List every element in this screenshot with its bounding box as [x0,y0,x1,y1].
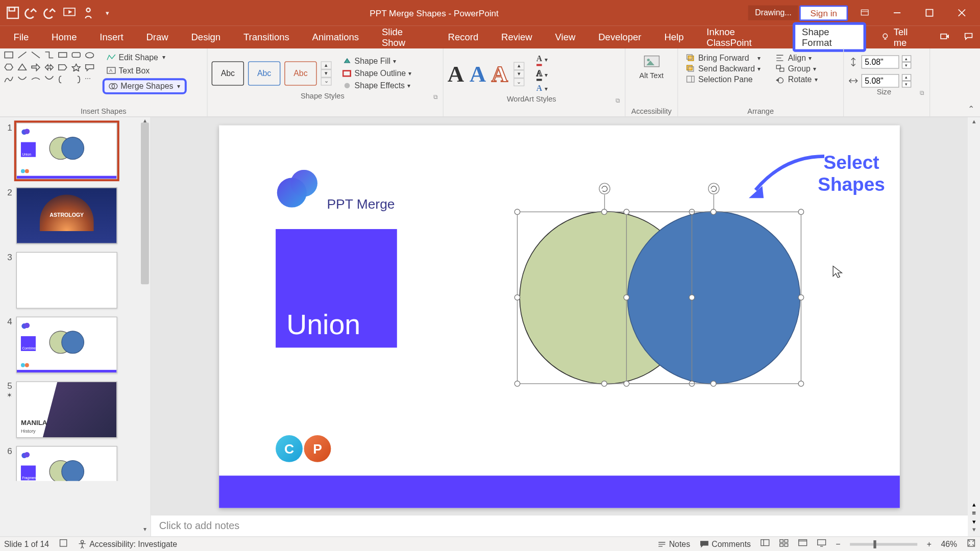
shape-height-field[interactable]: ▴▾ [848,55,925,68]
minimize-icon[interactable] [881,3,913,23]
style-gallery-more[interactable]: ▴▾⌄ [321,61,332,86]
tab-review[interactable]: Review [495,28,539,46]
tab-shape-format[interactable]: Shape Format [793,22,866,52]
merge-shapes-button[interactable]: Merge Shapes▾ [103,78,187,94]
shape-roundrect-icon[interactable] [71,51,84,62]
height-up-icon[interactable]: ▴ [902,55,911,62]
shape-width-field[interactable]: ▴▾ [848,74,925,87]
send-backward-button[interactable]: Send Backward▾ [682,63,765,74]
zoom-slider[interactable] [850,543,917,545]
shape-penta-icon[interactable] [58,63,70,74]
size-launcher-icon[interactable]: ⧉ [920,90,924,97]
tab-file[interactable]: File [7,28,35,46]
tab-view[interactable]: View [548,28,582,46]
text-outline-button[interactable]: A▾ [533,67,551,82]
shape-oval-icon[interactable] [85,51,97,62]
collapse-ribbon-icon[interactable]: ⌃ [968,105,974,114]
notes-pane[interactable]: Click to add notes [151,515,968,536]
touch-mode-icon[interactable] [81,6,95,20]
tab-design[interactable]: Design [184,28,227,46]
shape-outline-button[interactable]: Shape Outline▾ [340,67,415,80]
ribbon-display-icon[interactable] [849,3,880,23]
shape-hex-icon[interactable] [4,63,16,74]
qat-more-icon[interactable]: ▾ [100,6,114,20]
next-slide-icon[interactable]: ▾ [972,518,976,525]
slide-thumb-2[interactable]: 2 ASTROLOGY [0,182,150,247]
slide-thumb-4[interactable]: 4 Combine [0,311,150,376]
scroll-thumb[interactable] [141,122,149,284]
shape-star-icon[interactable] [71,63,84,74]
shape-curve2-icon[interactable] [17,76,30,86]
wordart-style-2[interactable]: A [470,61,486,87]
shape-rect-icon[interactable] [58,51,70,62]
width-input[interactable] [862,74,899,87]
tab-home[interactable]: Home [45,28,84,46]
shape-call-icon[interactable] [85,63,97,74]
shape-tri-icon[interactable] [17,63,30,74]
slideshow-view-icon[interactable] [817,538,826,549]
tab-record[interactable]: Record [441,28,485,46]
shape-line2-icon[interactable] [31,51,43,62]
tab-draw[interactable]: Draw [139,28,175,46]
shapes-gallery[interactable]: ⋯ [4,51,97,86]
rotate-button[interactable]: Rotate▾ [772,74,822,85]
shape-textbox-icon[interactable] [4,51,16,62]
slide-canvas[interactable]: PPT Merge Union C P [219,126,900,508]
shape-more-icon[interactable]: ⋯ [85,76,97,86]
slide-panel-scrollbar[interactable]: ▴ ▾ [139,117,150,536]
tab-classpoint[interactable]: Inknoe ClassPoint [700,22,783,52]
tab-insert[interactable]: Insert [93,28,130,46]
wordart-gallery-more[interactable]: ▴▾⌄ [513,62,524,86]
tab-slideshow[interactable]: Slide Show [375,22,432,52]
rotate-handle-icon[interactable] [599,183,611,212]
start-from-beginning-icon[interactable] [62,6,77,20]
sign-in-button[interactable]: Sign in [799,5,848,20]
normal-view-icon[interactable] [760,538,769,549]
alt-text-button[interactable]: Alt Text [629,51,673,82]
text-box-button[interactable]: AText Box [103,65,187,77]
bring-forward-button[interactable]: Bring Forward▾ [682,53,765,63]
comments-icon[interactable] [964,31,973,42]
tab-animations[interactable]: Animations [305,28,365,46]
group-button[interactable]: Group▾ [772,63,822,74]
shape-arrow2-icon[interactable] [44,63,57,74]
comments-toggle[interactable]: Comments [700,539,751,548]
slide-thumb-6[interactable]: 6 Fragment [0,441,150,481]
wordart-style-3[interactable]: A [492,61,508,87]
shape-curve4-icon[interactable] [44,76,57,86]
rotate-handle-2-icon[interactable] [708,183,720,212]
editor-scrollbar[interactable]: ▴ ▴ ≡ ▾ ▾ [968,117,980,536]
shape-brace2-icon[interactable] [71,76,84,86]
accessibility-status[interactable]: Accessibility: Investigate [77,539,177,548]
wordart-style-1[interactable]: A [448,61,464,87]
text-effects-button[interactable]: A▾ [533,82,551,95]
vscroll-up-icon[interactable]: ▴ [968,117,980,128]
text-fill-button[interactable]: A▾ [533,53,551,67]
zoom-out-icon[interactable]: − [836,539,840,548]
edit-shape-button[interactable]: Edit Shape▾ [103,51,187,63]
shape-line-icon[interactable] [17,51,30,62]
undo-icon[interactable] [24,6,39,20]
width-down-icon[interactable]: ▾ [902,81,911,87]
share-icon[interactable] [940,31,949,42]
shape-curve1-icon[interactable] [4,76,16,86]
fit-icon[interactable]: ≡ [972,509,976,517]
shape-style-3[interactable]: Abc [284,61,316,86]
shape-style-1[interactable]: Abc [212,61,244,86]
slide-thumb-1[interactable]: 1 Union [0,117,150,182]
shape-styles-launcher-icon[interactable]: ⧉ [433,94,437,102]
status-btn-icon[interactable] [59,538,68,549]
save-icon[interactable] [6,6,20,20]
shape-effects-button[interactable]: Shape Effects▾ [340,80,415,92]
fit-window-icon[interactable] [967,538,976,549]
redo-icon[interactable] [43,6,58,20]
selection-pane-button[interactable]: Selection Pane [682,74,765,85]
close-icon[interactable] [946,3,977,23]
zoom-in-icon[interactable]: + [927,539,932,548]
tell-me-search[interactable]: Tell me [881,26,921,47]
notes-toggle[interactable]: Notes [657,539,690,548]
shape-connector-icon[interactable] [44,51,57,62]
shape-fill-button[interactable]: Shape Fill▾ [340,55,415,67]
slide-thumb-5[interactable]: 5✶ MANILA History [0,376,150,441]
tab-transitions[interactable]: Transitions [237,28,296,46]
